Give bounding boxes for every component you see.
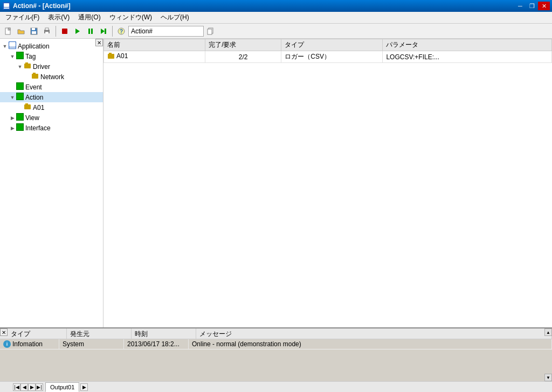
stop-button[interactable] bbox=[59, 25, 71, 37]
menu-tools[interactable]: 通用(O) bbox=[74, 12, 105, 23]
icon-a01 bbox=[24, 103, 31, 112]
tree-item-tag[interactable]: ▼ Tag bbox=[0, 51, 103, 61]
icon-application bbox=[9, 41, 16, 51]
tree-item-driver[interactable]: ▼ Driver bbox=[0, 61, 103, 72]
expand-tag[interactable]: ▼ bbox=[9, 53, 16, 60]
col-header-name: 名前 bbox=[104, 39, 205, 51]
tree-item-action[interactable]: ▼ Action bbox=[0, 92, 103, 102]
expand-view[interactable]: ▶ bbox=[9, 114, 16, 122]
log-cell-time: 2013/06/17 18:2... bbox=[124, 339, 189, 349]
panels-row: ✕ ▼ Application ▼ Tag bbox=[0, 39, 552, 327]
play-button[interactable] bbox=[72, 25, 84, 37]
svg-marker-13 bbox=[75, 29, 80, 34]
menu-help[interactable]: ヘルプ(H) bbox=[156, 12, 194, 23]
print-button[interactable] bbox=[41, 25, 53, 37]
tree-item-a01[interactable]: A01 bbox=[0, 102, 103, 113]
expand-a01-placeholder bbox=[16, 104, 24, 111]
log-row[interactable]: i Infomation System 2013/06/17 18:2... O… bbox=[0, 339, 552, 349]
svg-rect-1 bbox=[4, 3, 9, 7]
tab-nav-first[interactable]: |◀ bbox=[13, 383, 20, 391]
icon-driver bbox=[24, 62, 31, 71]
expand-driver[interactable]: ▼ bbox=[16, 63, 24, 71]
expand-application[interactable]: ▼ bbox=[1, 43, 9, 50]
save-button[interactable] bbox=[28, 25, 40, 37]
content-table: 名前 完了/要求 タイプ パラメータ A01 2/2 ロガー（CSV） LOGC… bbox=[104, 39, 552, 63]
tree-label-network: Network bbox=[40, 73, 64, 81]
restore-button[interactable]: ❐ bbox=[526, 2, 538, 10]
svg-rect-31 bbox=[108, 54, 114, 59]
tree-label-application: Application bbox=[18, 43, 50, 50]
expand-action[interactable]: ▼ bbox=[9, 94, 16, 101]
log-cell-source: System bbox=[59, 339, 124, 349]
search-input[interactable] bbox=[128, 26, 204, 37]
tree-item-interface[interactable]: ▶ Interface bbox=[0, 123, 103, 133]
svg-rect-14 bbox=[88, 29, 90, 34]
svg-rect-30 bbox=[25, 103, 28, 105]
close-button[interactable]: ✕ bbox=[538, 2, 550, 10]
cell-name: A01 bbox=[104, 51, 205, 63]
tree-label-view: View bbox=[25, 114, 39, 122]
svg-rect-7 bbox=[32, 28, 35, 30]
svg-rect-10 bbox=[45, 28, 49, 30]
table-row[interactable]: A01 2/2 ロガー（CSV） LOGCSV:+FILE:... bbox=[104, 51, 552, 63]
icon-view bbox=[16, 113, 24, 122]
menu-view[interactable]: 表示(V) bbox=[44, 12, 74, 23]
tree-label-a01: A01 bbox=[33, 104, 44, 111]
pause-button[interactable] bbox=[85, 25, 96, 37]
scroll-down-button[interactable]: ▼ bbox=[544, 374, 552, 381]
svg-rect-8 bbox=[32, 31, 36, 34]
app-icon bbox=[2, 2, 11, 10]
expand-network-placeholder bbox=[24, 73, 31, 81]
bottom-section: ✕ タイプ 発生元 時刻 メッセージ ▲ i Infomation System… bbox=[0, 327, 552, 392]
svg-rect-25 bbox=[24, 64, 31, 68]
tab-nav-prev[interactable]: ◀ bbox=[20, 383, 28, 391]
tree-label-interface: Interface bbox=[25, 124, 51, 132]
icon-tag bbox=[16, 52, 24, 61]
main-wrapper: ✕ ▼ Application ▼ Tag bbox=[0, 39, 552, 392]
svg-text:?: ? bbox=[120, 29, 123, 34]
log-body: i Infomation System 2013/06/17 18:2... O… bbox=[0, 339, 552, 381]
menu-window[interactable]: ウィンドウ(W) bbox=[105, 12, 156, 23]
tree-item-network[interactable]: Network bbox=[0, 72, 103, 82]
expand-event-placeholder bbox=[9, 83, 16, 91]
new-button[interactable] bbox=[2, 25, 14, 37]
svg-rect-12 bbox=[62, 29, 67, 34]
svg-rect-2 bbox=[4, 8, 9, 9]
log-col-message: メッセージ bbox=[196, 328, 552, 339]
minimize-button[interactable]: ─ bbox=[514, 2, 526, 10]
tree-item-application[interactable]: ▼ Application bbox=[0, 41, 103, 51]
title-text: Action# - [Action#] bbox=[13, 2, 514, 10]
forward-button[interactable] bbox=[98, 25, 109, 37]
log-cell-type: i Infomation bbox=[0, 339, 59, 349]
svg-rect-29 bbox=[24, 104, 31, 109]
svg-rect-11 bbox=[45, 32, 49, 34]
svg-rect-28 bbox=[33, 73, 36, 74]
svg-rect-21 bbox=[208, 29, 212, 34]
tree-item-event[interactable]: Event bbox=[0, 82, 103, 92]
help-button[interactable]: ? bbox=[115, 25, 127, 37]
icon-action bbox=[16, 93, 24, 102]
svg-rect-32 bbox=[109, 53, 112, 54]
menu-bar: ファイル(F) 表示(V) 通用(O) ウィンドウ(W) ヘルプ(H) bbox=[0, 12, 552, 24]
tab-nav-next[interactable]: ▶ bbox=[28, 383, 36, 391]
tree-close-button[interactable]: ✕ bbox=[95, 39, 103, 46]
tree-content: ▼ Application ▼ Tag ▼ bbox=[0, 40, 103, 134]
log-close-button[interactable]: ✕ bbox=[0, 328, 8, 336]
menu-file[interactable]: ファイル(F) bbox=[1, 12, 44, 23]
tab-nav-last[interactable]: ▶| bbox=[36, 383, 43, 391]
tab-scroll-right[interactable]: ▶ bbox=[80, 383, 88, 391]
col-header-complete: 完了/要求 bbox=[205, 39, 281, 51]
tree-item-view[interactable]: ▶ View bbox=[0, 113, 103, 123]
title-bar: Action# - [Action#] ─ ❐ ✕ bbox=[0, 0, 552, 12]
copy-icon-button[interactable] bbox=[205, 25, 217, 37]
scroll-up-button[interactable]: ▲ bbox=[544, 328, 552, 336]
col-header-type: タイプ bbox=[281, 39, 383, 51]
expand-interface[interactable]: ▶ bbox=[9, 124, 16, 132]
cell-type: ロガー（CSV） bbox=[281, 51, 383, 63]
toolbar-separator-1 bbox=[56, 26, 56, 37]
open-button[interactable] bbox=[15, 25, 27, 37]
cell-complete: 2/2 bbox=[205, 51, 281, 63]
toolbar-separator-2 bbox=[112, 26, 113, 37]
content-panel: 名前 完了/要求 タイプ パラメータ A01 2/2 ロガー（CSV） LOGC… bbox=[104, 39, 552, 327]
tab-output01[interactable]: Output01 bbox=[45, 382, 79, 392]
